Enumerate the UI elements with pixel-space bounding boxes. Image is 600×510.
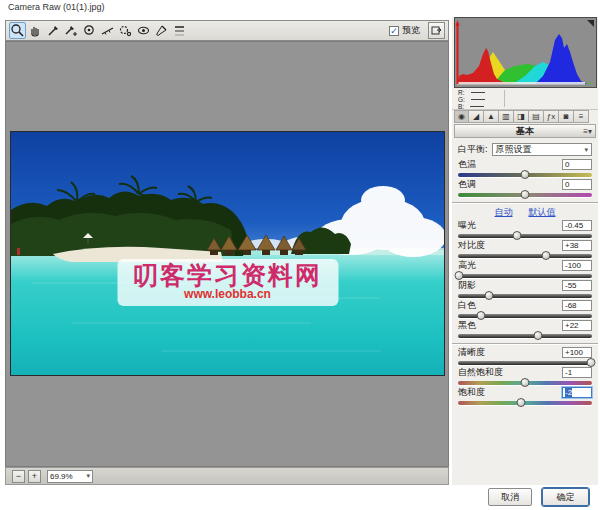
slider-thumb[interactable] <box>516 398 525 407</box>
tab-split-toning[interactable]: ◨ <box>514 110 529 123</box>
contrast-input[interactable]: +38 <box>562 240 592 251</box>
tab-basic[interactable]: ◉ <box>454 110 469 123</box>
panel-tabs: ◉ ◢ ▲ ▥ ◨ ▤ ƒx ◙ ≡ <box>452 110 598 124</box>
temperature-label: 色温 <box>458 158 476 171</box>
slider-thumb[interactable] <box>586 358 595 367</box>
white-balance-select[interactable]: 原照设置 ▾ <box>492 143 592 156</box>
histogram-graph <box>455 18 596 87</box>
tab-tone-curve[interactable]: ◢ <box>469 110 484 123</box>
white-balance-label: 白平衡: <box>458 143 488 156</box>
selected-text: -2 <box>565 388 572 397</box>
saturation-slider[interactable] <box>458 401 592 405</box>
rgb-readout: R: G: B: <box>452 88 598 110</box>
watermark-title: 叨客学习资料网 <box>133 262 322 288</box>
white-balance-value: 原照设置 <box>496 143 532 156</box>
slider-thumb[interactable] <box>521 170 530 179</box>
straighten-icon <box>100 23 115 38</box>
slider-thumb[interactable] <box>512 231 521 240</box>
red-eye-tool[interactable] <box>135 22 152 39</box>
magnifier-icon <box>10 23 25 38</box>
whites-slider[interactable] <box>458 314 592 318</box>
vibrance-slider[interactable] <box>458 381 592 385</box>
r-value: R: <box>458 89 598 96</box>
highlights-slider[interactable] <box>458 274 592 278</box>
highlights-input[interactable]: -100 <box>562 260 592 271</box>
tab-camera-calibration[interactable]: ◙ <box>559 110 574 123</box>
slider-thumb[interactable] <box>484 291 493 300</box>
zoom-in-button[interactable]: + <box>28 470 41 483</box>
fullscreen-toggle-button[interactable] <box>428 22 445 39</box>
shadows-label: 阴影 <box>458 279 476 292</box>
flyout-menu-icon[interactable]: ≡▾ <box>583 125 592 138</box>
contrast-slider[interactable] <box>458 254 592 258</box>
zoom-level-select[interactable]: 69.9% ▾ <box>47 470 93 483</box>
exposure-label: 曝光 <box>458 219 476 232</box>
straighten-tool[interactable] <box>99 22 116 39</box>
zoom-out-button[interactable]: − <box>12 470 25 483</box>
whites-label: 白色 <box>458 299 476 312</box>
spot-removal-tool[interactable] <box>117 22 134 39</box>
chevron-down-icon: ▾ <box>86 472 90 480</box>
shadows-input[interactable]: -55 <box>562 280 592 291</box>
vibrance-input[interactable]: -1 <box>562 367 592 378</box>
slider-thumb[interactable] <box>476 311 485 320</box>
tint-input[interactable]: 0 <box>562 179 592 190</box>
auto-link[interactable]: 自动 <box>495 206 513 218</box>
toolbar: ✓ 预览 <box>5 20 449 41</box>
ok-button[interactable]: 确定 <box>542 488 589 506</box>
fullscreen-icon <box>431 25 442 36</box>
blacks-label: 黑色 <box>458 319 476 332</box>
color-sampler-tool[interactable] <box>63 22 80 39</box>
divider <box>452 202 598 204</box>
eyedropper-icon <box>46 23 61 38</box>
clarity-input[interactable]: +100 <box>562 347 592 358</box>
image-canvas[interactable]: 叨客学习资料网 www.leobba.cn <box>5 41 449 467</box>
divider <box>452 343 598 345</box>
title-bar: Camera Raw (01(1).jpg) <box>0 0 600 16</box>
tab-detail[interactable]: ▲ <box>484 110 499 123</box>
g-value: G: <box>458 96 598 103</box>
whites-input[interactable]: -68 <box>562 300 592 311</box>
shadows-slider[interactable] <box>458 294 592 298</box>
histogram[interactable] <box>454 17 597 88</box>
temperature-slider[interactable] <box>458 173 592 177</box>
photo-preview[interactable]: 叨客学习资料网 www.leobba.cn <box>10 131 445 376</box>
blacks-input[interactable]: +22 <box>562 320 592 331</box>
contrast-label: 对比度 <box>458 239 485 252</box>
r-dash <box>471 92 485 93</box>
brush-icon <box>154 23 169 38</box>
tab-effects[interactable]: ƒx <box>544 110 559 123</box>
beach-photo <box>11 132 445 376</box>
slider-thumb[interactable] <box>521 378 530 387</box>
default-link[interactable]: 默认值 <box>529 206 556 218</box>
graduated-filter-tool[interactable] <box>171 22 188 39</box>
spot-circle-icon <box>118 23 133 38</box>
clarity-slider[interactable] <box>458 361 592 365</box>
exposure-input[interactable]: -0.45 <box>562 220 592 231</box>
slider-thumb[interactable] <box>534 331 543 340</box>
adjustment-brush-tool[interactable] <box>153 22 170 39</box>
temperature-input[interactable]: 0 <box>562 159 592 170</box>
saturation-input[interactable]: -2 <box>562 387 592 398</box>
zoom-tool[interactable] <box>9 22 26 39</box>
tab-hsl-grayscale[interactable]: ▥ <box>499 110 514 123</box>
watermark-url: www.leobba.cn <box>133 288 322 301</box>
tab-lens-corrections[interactable]: ▤ <box>529 110 544 123</box>
exposure-slider[interactable] <box>458 234 592 238</box>
adjustments-panel: R: G: B: ◉ ◢ ▲ ▥ ◨ ▤ ƒx ◙ ≡ 基本 ≡▾ 白平衡: 原… <box>452 17 598 485</box>
slider-thumb[interactable] <box>542 251 551 260</box>
basic-controls: 白平衡: 原照设置 ▾ 色温0 色调0 自动 默认值 曝光-0.45 对比度+3… <box>452 138 598 405</box>
targeted-adjustment-tool[interactable] <box>81 22 98 39</box>
blacks-slider[interactable] <box>458 334 592 338</box>
highlights-label: 高光 <box>458 259 476 272</box>
white-balance-tool[interactable] <box>45 22 62 39</box>
hand-tool[interactable] <box>27 22 44 39</box>
tab-presets[interactable]: ≡ <box>574 110 589 123</box>
b-dash <box>470 106 484 107</box>
preview-checkbox[interactable]: ✓ 预览 <box>389 24 420 37</box>
slider-thumb[interactable] <box>455 271 464 280</box>
slider-thumb[interactable] <box>521 190 530 199</box>
cancel-button[interactable]: 取消 <box>488 488 532 506</box>
tint-slider[interactable] <box>458 193 592 197</box>
window-title: Camera Raw (01(1).jpg) <box>8 2 105 12</box>
